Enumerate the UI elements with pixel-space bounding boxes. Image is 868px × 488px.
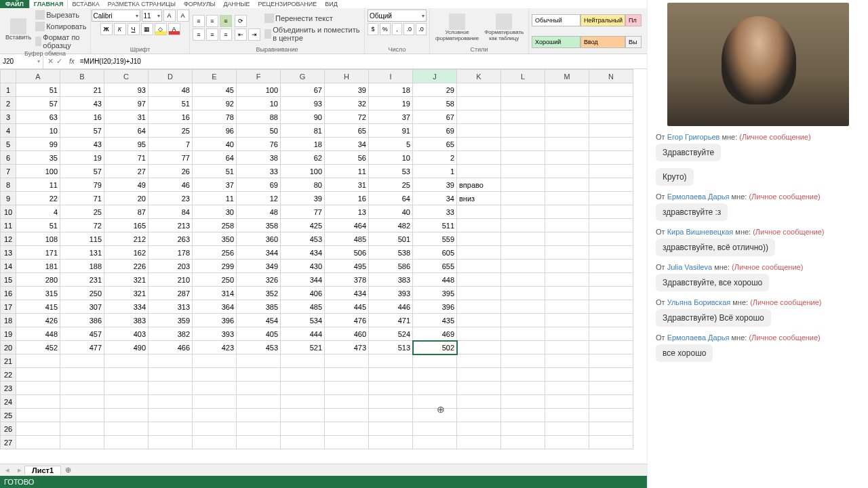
cell-D1[interactable]: 48 <box>149 83 193 97</box>
cell-D17[interactable]: 313 <box>149 300 193 314</box>
cell-E3[interactable]: 78 <box>193 110 237 124</box>
cell-I14[interactable]: 586 <box>369 260 413 273</box>
cell-A3[interactable]: 63 <box>16 110 60 124</box>
cell-M24[interactable] <box>545 395 589 409</box>
cell-B16[interactable]: 250 <box>60 287 104 300</box>
cell-C7[interactable]: 27 <box>104 165 149 178</box>
cell-L12[interactable] <box>501 232 545 246</box>
cell-C18[interactable]: 383 <box>104 314 149 327</box>
cell-A5[interactable]: 99 <box>16 138 60 151</box>
cell-C22[interactable] <box>104 368 149 382</box>
cell-C27[interactable] <box>104 436 149 449</box>
cell-M4[interactable] <box>545 124 589 138</box>
cell-J24[interactable] <box>413 395 457 409</box>
row-header-3[interactable]: 3 <box>1 110 16 124</box>
cell-B2[interactable]: 43 <box>60 97 104 110</box>
cell-K23[interactable] <box>457 382 501 395</box>
cell-H3[interactable]: 72 <box>325 110 369 124</box>
row-header-11[interactable]: 11 <box>1 219 16 232</box>
cell-G15[interactable]: 344 <box>281 273 325 287</box>
border-button[interactable]: ▦ <box>141 23 153 35</box>
font-color-button[interactable]: A <box>168 23 180 35</box>
cell-J27[interactable] <box>413 436 457 449</box>
cell-E17[interactable]: 364 <box>193 300 237 314</box>
cell-F3[interactable]: 88 <box>237 110 281 124</box>
cell-L1[interactable] <box>501 83 545 97</box>
sheet-nav-next[interactable]: ▸ <box>15 466 24 474</box>
row-header-1[interactable]: 1 <box>1 83 16 97</box>
cell-A20[interactable]: 452 <box>16 341 60 354</box>
row-header-19[interactable]: 19 <box>1 327 16 341</box>
cell-F7[interactable]: 33 <box>237 165 281 178</box>
cell-G27[interactable] <box>281 436 325 449</box>
cell-A22[interactable] <box>16 368 60 382</box>
cell-E5[interactable]: 40 <box>193 138 237 151</box>
cell-J9[interactable]: 34 <box>413 192 457 205</box>
cell-F18[interactable]: 454 <box>237 314 281 327</box>
cell-C20[interactable]: 490 <box>104 341 149 354</box>
cell-K25[interactable] <box>457 409 501 422</box>
cell-E4[interactable]: 96 <box>193 124 237 138</box>
cell-G12[interactable]: 453 <box>281 232 325 246</box>
cell-I12[interactable]: 501 <box>369 232 413 246</box>
cell-N24[interactable] <box>589 395 633 409</box>
cell-F4[interactable]: 50 <box>237 124 281 138</box>
cell-N6[interactable] <box>589 151 633 165</box>
cell-H1[interactable]: 39 <box>325 83 369 97</box>
cell-J20[interactable]: 502 <box>413 341 457 354</box>
cell-C4[interactable]: 64 <box>104 124 149 138</box>
cell-N5[interactable] <box>589 138 633 151</box>
cell-D8[interactable]: 46 <box>149 178 193 192</box>
cell-D5[interactable]: 7 <box>149 138 193 151</box>
cell-F10[interactable]: 48 <box>237 205 281 219</box>
cell-G5[interactable]: 18 <box>281 138 325 151</box>
cell-G10[interactable]: 77 <box>281 205 325 219</box>
col-header-F[interactable]: F <box>237 70 281 83</box>
row-header-23[interactable]: 23 <box>1 382 16 395</box>
cell-H11[interactable]: 464 <box>325 219 369 232</box>
cell-I16[interactable]: 393 <box>369 287 413 300</box>
cell-E13[interactable]: 256 <box>193 246 237 260</box>
cell-E9[interactable]: 11 <box>193 192 237 205</box>
cell-E2[interactable]: 92 <box>193 97 237 110</box>
row-header-6[interactable]: 6 <box>1 151 16 165</box>
cell-J1[interactable]: 29 <box>413 83 457 97</box>
cell-I25[interactable] <box>369 409 413 422</box>
cell-M20[interactable] <box>545 341 589 354</box>
cell-G16[interactable]: 406 <box>281 287 325 300</box>
cell-M13[interactable] <box>545 246 589 260</box>
cell-N2[interactable] <box>589 97 633 110</box>
cell-F22[interactable] <box>237 368 281 382</box>
row-header-26[interactable]: 26 <box>1 422 16 436</box>
cell-H27[interactable] <box>325 436 369 449</box>
cell-C23[interactable] <box>104 382 149 395</box>
row-header-14[interactable]: 14 <box>1 260 16 273</box>
cell-I21[interactable] <box>369 354 413 368</box>
cell-A6[interactable]: 35 <box>16 151 60 165</box>
cell-K22[interactable] <box>457 368 501 382</box>
bold-button[interactable]: Ж <box>100 23 113 35</box>
select-all-cell[interactable] <box>1 70 16 83</box>
cell-I6[interactable]: 10 <box>369 151 413 165</box>
cell-J7[interactable]: 1 <box>413 165 457 178</box>
cell-I27[interactable] <box>369 436 413 449</box>
cell-F6[interactable]: 38 <box>237 151 281 165</box>
col-header-A[interactable]: A <box>16 70 60 83</box>
cell-B27[interactable] <box>60 436 104 449</box>
tab-home[interactable]: ГЛАВНАЯ <box>29 0 68 8</box>
cell-C5[interactable]: 95 <box>104 138 149 151</box>
cell-D7[interactable]: 26 <box>149 165 193 178</box>
cell-D15[interactable]: 210 <box>149 273 193 287</box>
sender-name[interactable]: Егор Григорьев <box>667 133 720 141</box>
cell-M18[interactable] <box>545 314 589 327</box>
cell-F21[interactable] <box>237 354 281 368</box>
cell-K2[interactable] <box>457 97 501 110</box>
row-header-17[interactable]: 17 <box>1 300 16 314</box>
cell-A8[interactable]: 11 <box>16 178 60 192</box>
cell-N8[interactable] <box>589 178 633 192</box>
cell-I19[interactable]: 524 <box>369 327 413 341</box>
cell-M25[interactable] <box>545 409 589 422</box>
cancel-formula-icon[interactable]: ✕ <box>47 57 54 66</box>
cell-M14[interactable] <box>545 260 589 273</box>
cell-D27[interactable] <box>149 436 193 449</box>
